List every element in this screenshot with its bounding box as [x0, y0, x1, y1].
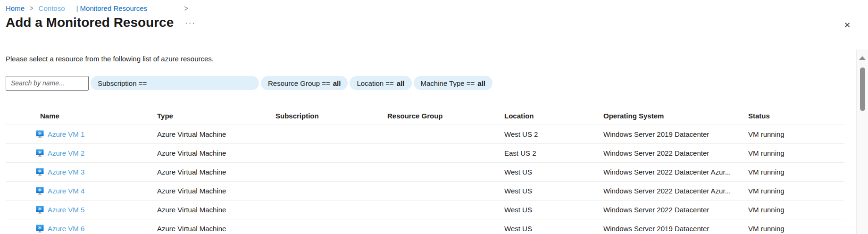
column-header-operating-system[interactable]: Operating System [603, 112, 748, 120]
resource-name-cell[interactable]: Azure VM 6 [36, 225, 157, 233]
resource-location: East US 2 [504, 149, 603, 157]
filter-pill-label: Subscription == [98, 79, 147, 87]
breadcrumb-home[interactable]: Home [6, 4, 25, 12]
breadcrumb-trailing-chevron-icon: > [184, 3, 188, 13]
resource-type: Azure Virtual Machine [157, 206, 275, 214]
close-icon[interactable]: ✕ [841, 19, 853, 31]
table-header-row: Name Type Subscription Resource Group Lo… [6, 107, 844, 125]
filter-pill-label: Machine Type == [421, 79, 475, 87]
resource-location: West US 2 [504, 130, 603, 138]
resource-name-cell[interactable]: Azure VM 4 [36, 187, 157, 195]
resource-type: Azure Virtual Machine [157, 187, 275, 195]
azure-vm-icon [36, 168, 44, 176]
table-row[interactable]: Azure VM 6 Azure Virtual Machine West US… [6, 219, 844, 234]
resource-operating-system: Windows Server 2019 Datacenter [603, 225, 748, 233]
resource-operating-system: Windows Server 2022 Datacenter Azur... [603, 168, 748, 176]
resource-location: West US [504, 168, 603, 176]
resource-name-link[interactable]: Azure VM 6 [48, 225, 84, 233]
resource-type: Azure Virtual Machine [157, 168, 275, 176]
filter-pill-machine-type[interactable]: Machine Type == all [414, 76, 493, 90]
resource-location: West US [504, 187, 603, 195]
column-header-type[interactable]: Type [157, 112, 275, 120]
resource-operating-system: Windows Server 2019 Datacenter [603, 130, 748, 138]
resource-name-cell[interactable]: Azure VM 3 [36, 168, 157, 176]
resource-name-link[interactable]: Azure VM 3 [48, 168, 84, 176]
breadcrumb-contoso[interactable]: Contoso [39, 4, 65, 12]
breadcrumb: Home > Contoso | Monitored Resources > [6, 3, 188, 13]
resource-name-cell[interactable]: Azure VM 5 [36, 206, 157, 214]
page-title: Add a Monitored Resource [6, 15, 174, 30]
column-header-subscription[interactable]: Subscription [275, 112, 387, 120]
resource-location: West US [504, 225, 603, 233]
resource-operating-system: Windows Server 2022 Datacenter [603, 206, 748, 214]
azure-vm-icon [36, 206, 44, 214]
search-input[interactable] [6, 76, 89, 91]
filter-pill-subscription[interactable]: Subscription == [91, 76, 259, 90]
table-row[interactable]: Azure VM 2 Azure Virtual Machine East US… [6, 144, 844, 163]
resource-name-link[interactable]: Azure VM 2 [48, 149, 84, 157]
breadcrumb-monitored-resources[interactable]: | Monitored Resources [76, 4, 147, 12]
breadcrumb-chevron-icon: > [30, 4, 33, 12]
resource-operating-system: Windows Server 2022 Datacenter Azur... [603, 187, 748, 195]
resource-type: Azure Virtual Machine [157, 225, 275, 233]
column-header-resource-group[interactable]: Resource Group [387, 112, 504, 120]
filter-pill-location[interactable]: Location == all [350, 76, 411, 90]
scrollbar-thumb[interactable] [860, 67, 865, 111]
vertical-scrollbar[interactable] [856, 50, 868, 234]
intro-text: Please select a resource from the follow… [6, 55, 214, 63]
table-row[interactable]: Azure VM 4 Azure Virtual Machine West US… [6, 182, 844, 201]
resource-status: VM running [748, 149, 844, 157]
table-row[interactable]: Azure VM 1 Azure Virtual Machine West US… [6, 125, 844, 144]
filter-pill-value: all [333, 79, 341, 87]
resource-name-link[interactable]: Azure VM 1 [48, 130, 84, 138]
resource-status: VM running [748, 168, 844, 176]
resource-status: VM running [748, 187, 844, 195]
resource-status: VM running [748, 206, 844, 214]
resource-location: West US [504, 206, 603, 214]
filter-pill-value: all [477, 79, 485, 87]
filter-pill-label: Location == [357, 79, 393, 87]
azure-vm-icon [36, 130, 44, 138]
resource-status: VM running [748, 130, 844, 138]
table-row[interactable]: Azure VM 3 Azure Virtual Machine West US… [6, 163, 844, 182]
more-options-icon[interactable]: ··· [185, 21, 196, 25]
column-header-location[interactable]: Location [504, 112, 603, 120]
filter-pill-label: Resource Group == [268, 79, 330, 87]
table-body: Azure VM 1 Azure Virtual Machine West US… [6, 125, 844, 234]
resource-type: Azure Virtual Machine [157, 130, 275, 138]
resource-name-link[interactable]: Azure VM 5 [48, 206, 84, 214]
column-header-name[interactable]: Name [40, 112, 157, 120]
resource-name-link[interactable]: Azure VM 4 [48, 187, 84, 195]
resource-type: Azure Virtual Machine [157, 149, 275, 157]
resource-name-cell[interactable]: Azure VM 1 [36, 130, 157, 138]
resource-operating-system: Windows Server 2022 Datacenter [603, 149, 748, 157]
azure-vm-icon [36, 225, 44, 233]
azure-vm-icon [36, 149, 44, 157]
filter-pill-value: all [397, 79, 405, 87]
filter-bar: Subscription == Resource Group == all Lo… [6, 75, 492, 91]
resource-table: Name Type Subscription Resource Group Lo… [6, 107, 844, 234]
azure-vm-icon [36, 187, 44, 195]
resource-name-cell[interactable]: Azure VM 2 [36, 149, 157, 157]
scroll-up-arrow-icon[interactable] [859, 56, 866, 60]
column-header-status[interactable]: Status [748, 112, 844, 120]
filter-pill-resource-group[interactable]: Resource Group == all [261, 76, 348, 90]
resource-status: VM running [748, 225, 844, 233]
table-row[interactable]: Azure VM 5 Azure Virtual Machine West US… [6, 201, 844, 219]
